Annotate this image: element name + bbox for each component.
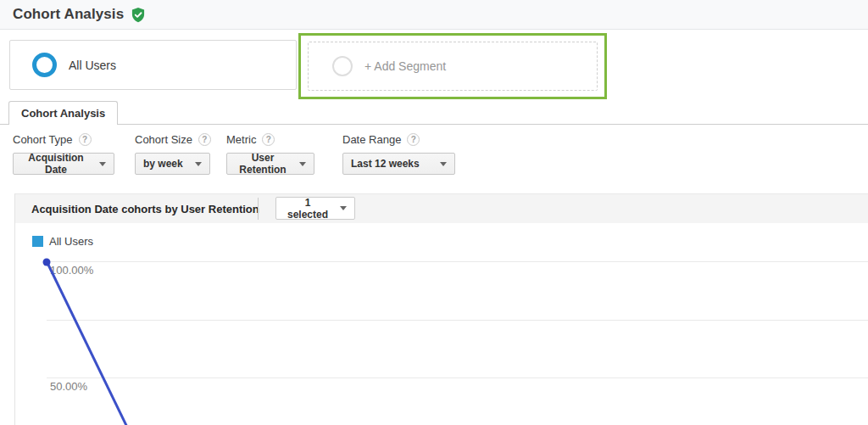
segment-all-users[interactable]: All Users — [9, 40, 297, 90]
cohort-type-label: Cohort Type — [13, 133, 73, 146]
tab-divider-rule — [0, 124, 868, 125]
dropdown-value: Last 12 weeks — [351, 158, 420, 170]
selector-value: 1 selected — [284, 197, 331, 221]
cohort-size-control: Cohort Size ? by week — [135, 131, 211, 147]
cohort-analysis-page: Cohort Analysis All Users + Add Segment … — [0, 0, 868, 425]
add-segment-button[interactable]: + Add Segment — [308, 42, 598, 91]
empty-circle-icon — [332, 56, 353, 76]
segment-circle-icon — [32, 53, 57, 77]
dropdown-arrow-icon — [340, 206, 347, 210]
add-segment-label: + Add Segment — [364, 59, 446, 73]
dropdown-value: by week — [143, 158, 183, 170]
help-icon[interactable]: ? — [79, 133, 92, 146]
date-range-label: Date Range — [342, 133, 401, 146]
verified-shield-check-icon — [130, 6, 147, 24]
retention-line — [47, 261, 127, 425]
cohort-chart-panel: Acquisition Date cohorts by User Retenti… — [14, 193, 868, 425]
segment-label: All Users — [69, 59, 116, 72]
cohort-controls: Cohort Type ? Acquisition Date Cohort Si… — [0, 131, 868, 182]
segment-bar: All Users + Add Segment — [0, 31, 868, 100]
tab-label: Cohort Analysis — [21, 107, 105, 120]
header-vertical-divider — [258, 198, 259, 220]
cohort-size-dropdown[interactable]: by week — [135, 153, 210, 175]
page-header: Cohort Analysis — [0, 0, 868, 30]
retention-start-point — [43, 259, 51, 266]
chart-panel-header: Acquisition Date cohorts by User Retenti… — [15, 194, 868, 223]
chart-legend: All Users — [32, 235, 93, 248]
segment-selector-dropdown[interactable]: 1 selected — [275, 197, 355, 220]
cohort-type-control: Cohort Type ? Acquisition Date — [13, 131, 92, 147]
dropdown-arrow-icon — [99, 162, 106, 166]
add-segment-highlight-box: + Add Segment — [298, 33, 607, 99]
legend-swatch-icon — [32, 236, 43, 247]
help-icon[interactable]: ? — [262, 133, 275, 146]
dropdown-arrow-icon — [440, 162, 447, 166]
chart-panel-title: Acquisition Date cohorts by User Retenti… — [31, 203, 259, 215]
metric-label: Metric — [226, 133, 256, 146]
dropdown-value: Acquisition Date — [21, 152, 91, 176]
help-icon[interactable]: ? — [407, 133, 420, 146]
cohort-type-dropdown[interactable]: Acquisition Date — [13, 153, 114, 175]
date-range-dropdown[interactable]: Last 12 weeks — [342, 153, 455, 175]
cohort-size-label: Cohort Size — [135, 133, 192, 146]
metric-control: Metric ? User Retention — [226, 131, 275, 147]
retention-line-layer — [15, 223, 868, 425]
retention-chart: All Users 100.00%50.00% — [15, 223, 868, 425]
help-icon[interactable]: ? — [198, 133, 211, 146]
date-range-control: Date Range ? Last 12 weeks — [342, 131, 420, 147]
tab-cohort-analysis[interactable]: Cohort Analysis — [8, 101, 118, 125]
metric-dropdown[interactable]: User Retention — [226, 153, 314, 175]
page-title: Cohort Analysis — [13, 6, 124, 23]
dropdown-arrow-icon — [195, 162, 202, 166]
dropdown-value: User Retention — [235, 152, 291, 176]
dropdown-arrow-icon — [299, 162, 306, 166]
legend-label: All Users — [49, 235, 93, 248]
